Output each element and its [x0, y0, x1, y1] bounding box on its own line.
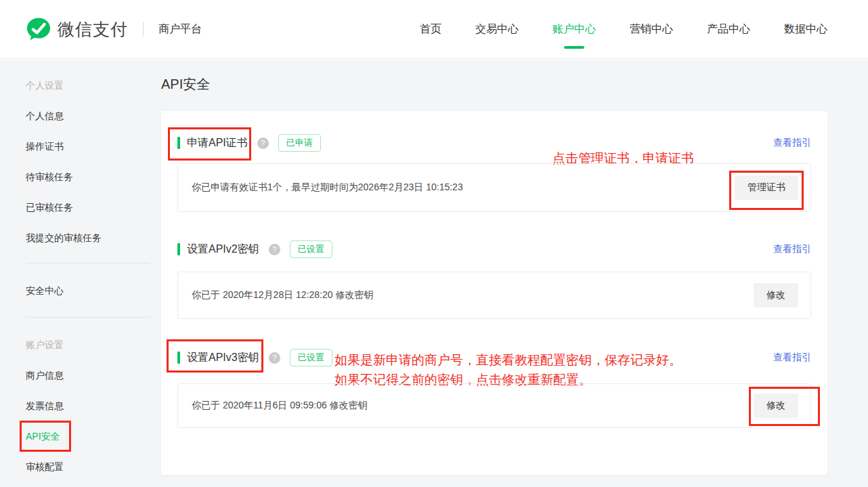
sidebar-divider: [26, 317, 150, 318]
sidebar-item-operation-cert[interactable]: 操作证书: [0, 131, 150, 162]
sidebar-item-merchant-info[interactable]: 商户信息: [0, 360, 150, 391]
sidebar-item-reviewed-tasks[interactable]: 已审核任务: [0, 192, 150, 223]
sidebar-item-invoice-info[interactable]: 发票信息: [0, 391, 150, 421]
logo[interactable]: 微信支付: [26, 16, 128, 42]
section-box-apiv3: 你已于 2020年11月6日 09:59:06 修改密钥 修改: [177, 383, 811, 428]
sidebar-header-personal-settings: 个人设置: [0, 70, 150, 101]
status-badge-applied: 已申请: [278, 134, 321, 152]
section-title-apiv3: 设置APIv3密钥: [187, 351, 259, 365]
api-security-card: 点击管理证书，申请证书 如果是新申请的商户号，直接看教程配置密钥，保存记录好。 …: [161, 111, 827, 475]
section-head-api-cert: 申请API证书 ? 已申请 查看指引: [177, 133, 811, 153]
apiv2-status-text: 你已于 2020年12月28日 12:28:20 修改密钥: [192, 289, 373, 301]
sidebar-divider: [26, 263, 150, 263]
section-head-apiv2: 设置APIv2密钥 ? 已设置 查看指引: [177, 239, 811, 259]
sidebar-item-personal-info[interactable]: 个人信息: [0, 101, 150, 131]
active-tab-underline: [564, 46, 584, 49]
manage-cert-button-wrap: 管理证书: [735, 175, 798, 200]
sidebar-item-api-security-label: API安全: [26, 431, 60, 442]
section-title-apiv2: 设置APIv2密钥: [187, 242, 259, 257]
sidebar-group-account: 账户设置 商户信息 发票信息 API安全 审核配置: [0, 330, 150, 482]
top-nav: 首页 交易中心 账户中心 营销中心 产品中心 数据中心: [420, 21, 827, 37]
sidebar-item-security-center[interactable]: 安全中心: [0, 276, 150, 306]
nav-account-center[interactable]: 账户中心: [552, 21, 596, 37]
nav-data-center[interactable]: 数据中心: [784, 21, 827, 37]
modify-apiv3-button[interactable]: 修改: [754, 394, 798, 418]
status-badge-set-v2: 已设置: [290, 240, 332, 258]
help-icon[interactable]: ?: [269, 352, 280, 364]
sidebar-item-my-submitted-tasks[interactable]: 我提交的审核任务: [0, 223, 150, 253]
page-title: API安全: [161, 75, 827, 93]
section-accent-bar: [177, 137, 180, 149]
logo-text: 微信支付: [58, 18, 128, 41]
cert-status-text: 你已申请有效证书1个，最早过期时间为2026年2月23日 10:15:23: [192, 182, 463, 194]
nav-account-center-label: 账户中心: [552, 23, 596, 35]
modify-apiv2-button-wrap: 修改: [754, 283, 798, 308]
section-box-apiv2: 你已于 2020年12月28日 12:28:20 修改密钥 修改: [177, 272, 811, 319]
guide-link-api-cert[interactable]: 查看指引: [773, 137, 811, 149]
sidebar-group-security: 安全中心: [0, 276, 150, 306]
sidebar-item-api-security[interactable]: API安全: [0, 421, 150, 452]
main-content: API安全 点击管理证书，申请证书 如果是新申请的商户号，直接看教程配置密钥，保…: [150, 60, 868, 487]
help-icon[interactable]: ?: [269, 244, 280, 255]
sidebar: 个人设置 个人信息 操作证书 待审核任务 已审核任务 我提交的审核任务 安全中心…: [0, 60, 150, 487]
section-box-api-cert: 你已申请有效证书1个，最早过期时间为2026年2月23日 10:15:23 管理…: [177, 163, 811, 212]
nav-transaction-center[interactable]: 交易中心: [475, 21, 519, 37]
manage-cert-button[interactable]: 管理证书: [735, 175, 798, 200]
wechat-pay-merchant-page: 微信支付 商户平台 首页 交易中心 账户中心 营销中心 产品中心 数据中心 个人…: [0, 0, 868, 487]
status-badge-set-v3: 已设置: [290, 349, 332, 366]
top-header: 微信支付 商户平台 首页 交易中心 账户中心 营销中心 产品中心 数据中心: [0, 0, 868, 59]
modify-apiv3-button-wrap: 修改: [754, 394, 798, 418]
sidebar-item-review-config[interactable]: 审核配置: [0, 452, 150, 482]
section-title-api-cert: 申请API证书: [187, 136, 248, 150]
guide-link-apiv3[interactable]: 查看指引: [773, 352, 811, 364]
sidebar-header-account-settings: 账户设置: [0, 330, 150, 360]
section-accent-bar: [177, 352, 180, 364]
wechat-pay-logo-icon: [26, 16, 51, 42]
nav-home[interactable]: 首页: [420, 21, 441, 37]
nav-marketing-center[interactable]: 营销中心: [630, 21, 673, 37]
portal-label: 商户平台: [158, 22, 202, 37]
header-separator: [143, 22, 144, 37]
modify-apiv2-button[interactable]: 修改: [754, 283, 798, 308]
sidebar-group-personal: 个人设置 个人信息 操作证书 待审核任务 已审核任务 我提交的审核任务: [0, 70, 150, 253]
apiv3-status-text: 你已于 2020年11月6日 09:59:06 修改密钥: [192, 400, 368, 412]
help-icon[interactable]: ?: [257, 137, 269, 149]
sidebar-item-pending-review-tasks[interactable]: 待审核任务: [0, 162, 150, 192]
guide-link-apiv2[interactable]: 查看指引: [773, 243, 811, 255]
nav-product-center[interactable]: 产品中心: [707, 21, 750, 37]
section-head-apiv3: 设置APIv3密钥 ? 已设置 查看指引: [177, 347, 811, 368]
page-body: 个人设置 个人信息 操作证书 待审核任务 已审核任务 我提交的审核任务 安全中心…: [0, 60, 868, 487]
section-accent-bar: [177, 243, 180, 255]
